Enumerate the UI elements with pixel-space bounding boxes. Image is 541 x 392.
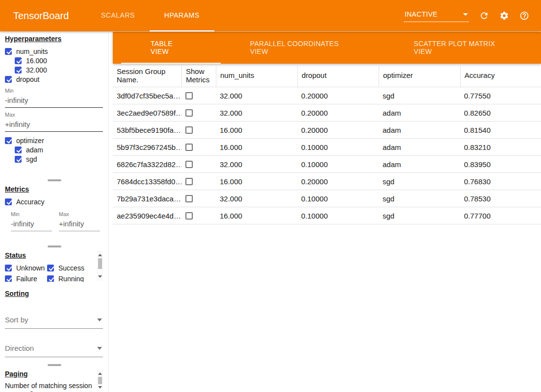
accuracy-cell: 0.77550 [460, 87, 541, 104]
status-unknown[interactable]: Unknown [5, 263, 47, 272]
num-units-label: num_units [16, 48, 48, 55]
scrollbar-thumb[interactable] [98, 258, 102, 269]
table-row[interactable]: 3ec2aed9e07589f… 32.000 0.20000 adam 0.8… [113, 104, 541, 122]
tab-scatter-plot-matrix-view[interactable]: SCATTER PLOT MATRIX VIEW [385, 32, 541, 64]
session-groups-table: Session Group Name. Show Metrics num_uni… [113, 64, 541, 224]
tab-hparams[interactable]: HPARAMS [150, 0, 214, 31]
dropout-checkbox[interactable] [5, 76, 12, 83]
pane-resize-handle[interactable] [0, 363, 108, 367]
hparam-dropout[interactable]: dropout [5, 74, 108, 84]
num-units-32-checkbox[interactable] [15, 67, 22, 74]
accuracy-minmax-row: Min Max [11, 211, 108, 231]
hparam-num-units-32[interactable]: 32.000 [15, 65, 108, 74]
status-failure-checkbox[interactable] [5, 275, 12, 282]
settings-icon[interactable] [499, 11, 509, 21]
hparam-num-units[interactable]: num_units [5, 47, 108, 56]
table-row[interactable]: 6826c7fa3322d82… 32.000 0.10000 adam 0.8… [113, 156, 541, 173]
show-metrics-checkbox[interactable] [185, 212, 193, 220]
accuracy-max-input[interactable] [59, 218, 100, 231]
table-row[interactable]: 3df0d7cf35bec5a… 32.000 0.20000 sgd 0.77… [113, 87, 541, 104]
accuracy-min-label: Min [11, 211, 52, 217]
accuracy-cell: 0.81540 [460, 122, 541, 138]
direction-dropdown[interactable]: Direction [5, 342, 103, 357]
status-unknown-checkbox[interactable] [5, 265, 12, 271]
status-success[interactable]: Success [47, 263, 101, 272]
hparam-optimizer[interactable]: optimizer [5, 136, 108, 145]
num-units-cell: 16.000 [216, 207, 297, 224]
show-metrics-checkbox[interactable] [185, 144, 193, 151]
tab-parallel-coordinates-view[interactable]: PARALLEL COORDINATES VIEW [221, 32, 385, 64]
optimizer-adam-checkbox[interactable] [15, 147, 22, 153]
scrollbar-thumb[interactable] [98, 377, 102, 384]
dropout-cell: 0.10000 [297, 139, 379, 155]
num-units-16-checkbox[interactable] [15, 57, 22, 64]
tab-table-view[interactable]: TABLE VIEW [121, 32, 221, 64]
col-optimizer: optimizer [379, 64, 460, 87]
help-icon[interactable] [519, 11, 529, 21]
dropout-min-field: Min [5, 88, 103, 108]
status-failure[interactable]: Failure [5, 274, 47, 282]
hparam-num-units-16[interactable]: 16.000 [15, 56, 108, 65]
scroll-up-icon[interactable] [98, 254, 102, 256]
refresh-icon[interactable] [479, 11, 489, 21]
scroll-down-icon[interactable] [98, 275, 102, 278]
show-metrics-cell [181, 122, 216, 138]
show-metrics-checkbox[interactable] [185, 178, 193, 185]
dropout-label: dropout [16, 75, 39, 83]
optimizer-cell: adam [379, 139, 460, 155]
hparam-optimizer-sgd[interactable]: sgd [15, 154, 108, 164]
session-group-name-cell: 5b97f3c2967245b… [113, 139, 181, 155]
show-metrics-checkbox[interactable] [185, 195, 193, 202]
dropout-max-input[interactable] [5, 118, 103, 132]
table-row[interactable]: 53bf5bece9190fa… 16.000 0.20000 adam 0.8… [113, 122, 541, 139]
sort-by-dropdown[interactable]: Sort by [5, 313, 103, 329]
dropout-max-label: Max [5, 112, 103, 118]
table-row[interactable]: 7684dcc13358fd0… 16.000 0.20000 sgd 0.76… [113, 173, 541, 190]
dropout-min-input[interactable] [5, 94, 103, 108]
col-session-group-name: Session Group Name. [113, 64, 181, 87]
optimizer-checkbox[interactable] [5, 137, 12, 144]
optimizer-cell: sgd [379, 207, 460, 224]
paging-scrollbar[interactable] [97, 370, 103, 391]
accuracy-cell: 0.82650 [460, 104, 541, 121]
show-metrics-cell [181, 156, 216, 172]
metric-accuracy[interactable]: Accuracy [5, 197, 108, 206]
hparam-optimizer-adam[interactable]: adam [15, 145, 108, 154]
pane-resize-handle[interactable] [0, 244, 108, 248]
pane-resize-handle[interactable] [0, 178, 108, 182]
session-group-name-cell: 3df0d7cf35bec5a… [113, 87, 181, 104]
table-row[interactable]: ae235909ec4e4d… 16.000 0.10000 sgd 0.777… [113, 207, 541, 224]
num-units-32-label: 32.000 [26, 66, 47, 74]
show-metrics-checkbox[interactable] [185, 109, 193, 117]
show-metrics-checkbox[interactable] [185, 126, 193, 134]
reload-status-dropdown[interactable]: INACTIVE [404, 9, 469, 22]
plugin-tabs: SCALARS HPARAMS [86, 0, 214, 31]
table-row[interactable]: 5b97f3c2967245b… 16.000 0.10000 adam 0.8… [113, 139, 541, 156]
scroll-up-icon[interactable] [98, 372, 102, 375]
accuracy-cell: 0.76830 [460, 173, 541, 190]
show-metrics-checkbox[interactable] [185, 92, 193, 99]
session-group-name-cell: ae235909ec4e4d… [113, 207, 181, 224]
num-units-checkbox[interactable] [5, 48, 12, 55]
optimizer-sgd-label: sgd [26, 155, 37, 163]
sort-by-value: Sort by [5, 316, 28, 324]
dropout-cell: 0.20000 [297, 104, 379, 121]
status-scrollbar[interactable] [97, 251, 103, 280]
optimizer-cell: sgd [379, 173, 460, 190]
table-row[interactable]: 7b29a731e3daca… 32.000 0.10000 sgd 0.785… [113, 190, 541, 207]
status-heading: Status [5, 251, 108, 259]
accuracy-checkbox[interactable] [5, 198, 12, 205]
scroll-down-icon[interactable] [98, 386, 102, 389]
session-group-name-cell: 7b29a731e3daca… [113, 190, 181, 207]
paging-heading: Paging [5, 370, 108, 378]
tab-scalars[interactable]: SCALARS [86, 0, 150, 31]
status-success-checkbox[interactable] [47, 265, 54, 271]
status-running-checkbox[interactable] [47, 275, 54, 282]
status-running[interactable]: Running [47, 274, 101, 282]
view-tabs: TABLE VIEW PARALLEL COORDINATES VIEW SCA… [113, 32, 541, 64]
accuracy-min-input[interactable] [11, 218, 52, 231]
optimizer-sgd-checkbox[interactable] [15, 156, 22, 163]
show-metrics-cell [181, 104, 216, 121]
show-metrics-checkbox[interactable] [185, 161, 193, 168]
matching-groups-summary: Number of matching session groups: 8 [5, 382, 92, 392]
